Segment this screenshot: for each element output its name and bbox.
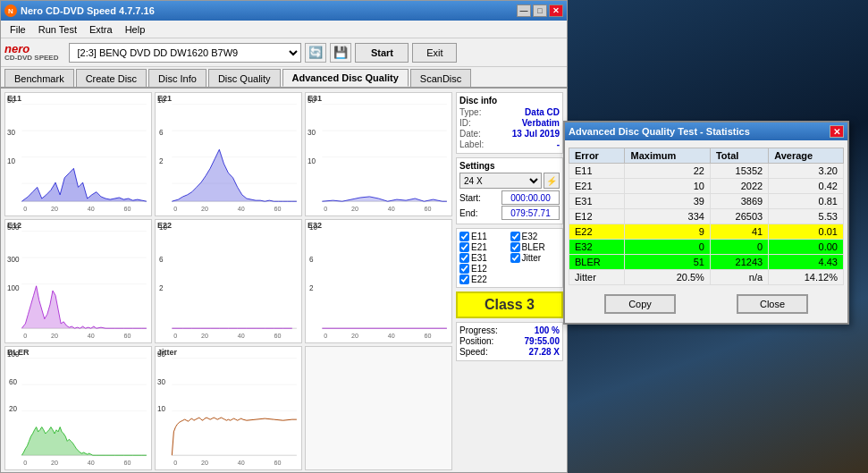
svg-text:10: 10 xyxy=(308,156,316,165)
svg-text:60: 60 xyxy=(274,332,281,340)
speed-selector[interactable]: 24 X xyxy=(459,173,542,189)
svg-text:10: 10 xyxy=(7,156,15,165)
save-button[interactable]: 💾 xyxy=(330,43,351,63)
svg-text:40: 40 xyxy=(238,332,245,340)
cb-e22-input[interactable] xyxy=(459,275,469,284)
tab-disc-info[interactable]: Disc Info xyxy=(148,69,206,87)
svg-text:20: 20 xyxy=(351,205,358,213)
position-label: Position: xyxy=(459,336,493,346)
cb-e12-label: E12 xyxy=(471,264,487,274)
exit-button[interactable]: Exit xyxy=(412,43,457,63)
menu-run-test[interactable]: Run Test xyxy=(33,22,82,37)
cb-e32-input[interactable] xyxy=(510,232,520,241)
settings-title: Settings xyxy=(459,161,560,171)
stat-jitter-total: n/a xyxy=(710,270,768,285)
speed-extra-btn[interactable]: ⚡ xyxy=(544,173,560,189)
cb-e31-input[interactable] xyxy=(459,253,469,263)
chart-jitter-svg: 50 30 10 0 20 40 60 xyxy=(156,347,301,469)
copy-button[interactable]: Copy xyxy=(604,294,676,314)
stat-e11-avg: 3.20 xyxy=(769,164,844,179)
disc-type-label: Type: xyxy=(459,107,481,117)
cb-jitter-input[interactable] xyxy=(510,253,520,263)
svg-text:40: 40 xyxy=(88,459,95,467)
svg-text:40: 40 xyxy=(88,332,95,340)
menu-bar: File Run Test Extra Help xyxy=(1,21,567,38)
disc-info-section: Disc info Type: Data CD ID: Verbatim Dat… xyxy=(456,92,563,154)
cb-e12-input[interactable] xyxy=(459,264,469,274)
svg-text:40: 40 xyxy=(88,205,95,213)
stats-content: Error Maximum Total Average E11 22 15352… xyxy=(565,140,847,323)
stat-e21-max: 10 xyxy=(625,179,710,194)
cb-bler-input[interactable] xyxy=(510,242,520,252)
progress-value: 100 % xyxy=(535,325,560,335)
menu-extra[interactable]: Extra xyxy=(84,22,118,37)
svg-text:30: 30 xyxy=(308,128,316,137)
chart-e32: E32 10 6 2 0 20 40 60 xyxy=(305,219,452,343)
stat-e31-name: E31 xyxy=(569,194,625,209)
start-button[interactable]: Start xyxy=(355,43,409,63)
refresh-button[interactable]: 🔄 xyxy=(305,43,326,63)
svg-marker-77 xyxy=(21,427,147,456)
stats-row-bler: BLER 51 21243 4.43 xyxy=(569,255,844,270)
stats-dialog: Advanced Disc Quality Test - Statistics … xyxy=(563,121,849,325)
close-button-stats[interactable]: Close xyxy=(737,294,808,314)
chart-e21-label: E21 xyxy=(157,94,172,103)
speed-row: 24 X ⚡ xyxy=(459,173,560,189)
svg-text:60: 60 xyxy=(123,459,131,467)
chart-e11-svg: 50 30 10 0 20 40 60 xyxy=(5,93,151,215)
stats-row-e22: E22 9 41 0.01 xyxy=(569,224,844,240)
toolbar: nero CD-DVD SPEED [2:3] BENQ DVD DD DW16… xyxy=(1,38,567,67)
close-button[interactable]: ✕ xyxy=(549,4,563,17)
minimize-button[interactable]: — xyxy=(517,4,531,17)
cb-e11-input[interactable] xyxy=(459,232,469,241)
stat-e11-name: E11 xyxy=(569,164,625,179)
svg-text:0: 0 xyxy=(23,459,27,467)
menu-file[interactable]: File xyxy=(4,22,31,37)
stats-row-e32: E32 0 0 0.00 xyxy=(569,240,844,255)
stat-e32-name: E32 xyxy=(569,240,625,255)
cb-e22-label: E22 xyxy=(471,275,487,284)
svg-text:60: 60 xyxy=(424,332,431,340)
tab-advanced-disc-quality[interactable]: Advanced Disc Quality xyxy=(282,69,409,87)
right-panel: Disc info Type: Data CD ID: Verbatim Dat… xyxy=(456,92,563,470)
chart-e22-label: E22 xyxy=(157,221,172,230)
start-time-input[interactable] xyxy=(501,190,560,205)
progress-row: Progress: 100 % xyxy=(459,325,560,335)
cb-e11: E11 xyxy=(459,232,510,241)
logo-area: nero CD-DVD SPEED xyxy=(4,43,58,62)
drive-selector[interactable]: [2:3] BENQ DVD DD DW1620 B7W9 xyxy=(69,43,301,63)
stats-close-button[interactable]: ✕ xyxy=(830,125,844,138)
chart-e22: E22 10 6 2 0 20 40 60 xyxy=(155,219,302,343)
stat-e32-avg: 0.00 xyxy=(769,240,844,255)
tab-scan-disc[interactable]: ScanDisc xyxy=(410,69,471,87)
progress-label: Progress: xyxy=(459,325,498,335)
svg-text:20: 20 xyxy=(9,404,17,413)
svg-text:0: 0 xyxy=(23,205,27,213)
svg-text:20: 20 xyxy=(201,205,208,213)
tab-disc-quality[interactable]: Disc Quality xyxy=(208,69,281,87)
svg-text:20: 20 xyxy=(51,205,58,213)
svg-text:20: 20 xyxy=(201,459,208,467)
cb-e21-input[interactable] xyxy=(459,242,469,252)
end-time-input[interactable] xyxy=(501,206,560,220)
chart-bler: BLER 100 60 20 0 20 40 60 xyxy=(4,346,152,470)
stat-e12-avg: 5.53 xyxy=(769,209,844,224)
tab-create-disc[interactable]: Create Disc xyxy=(76,69,147,87)
stat-e21-avg: 0.42 xyxy=(769,179,844,194)
stats-table: Error Maximum Total Average E11 22 15352… xyxy=(569,148,844,285)
tab-benchmark[interactable]: Benchmark xyxy=(4,69,74,87)
stat-e11-max: 22 xyxy=(625,164,710,179)
app-title: Nero CD-DVD Speed 4.7.7.16 xyxy=(21,5,155,16)
start-label: Start: xyxy=(459,193,481,203)
maximize-button[interactable]: □ xyxy=(533,4,547,17)
position-value: 79:55.00 xyxy=(525,336,560,346)
stat-bler-total: 21243 xyxy=(710,255,768,270)
stat-e12-total: 26503 xyxy=(710,209,768,224)
stat-e12-max: 334 xyxy=(625,209,710,224)
col-maximum: Maximum xyxy=(625,148,710,164)
checkbox-section: E11 E32 E21 BLER E31 xyxy=(456,228,563,288)
svg-text:60: 60 xyxy=(274,205,281,213)
stat-e21-name: E21 xyxy=(569,179,625,194)
disc-label-label: Label: xyxy=(459,139,484,149)
menu-help[interactable]: Help xyxy=(120,22,151,37)
